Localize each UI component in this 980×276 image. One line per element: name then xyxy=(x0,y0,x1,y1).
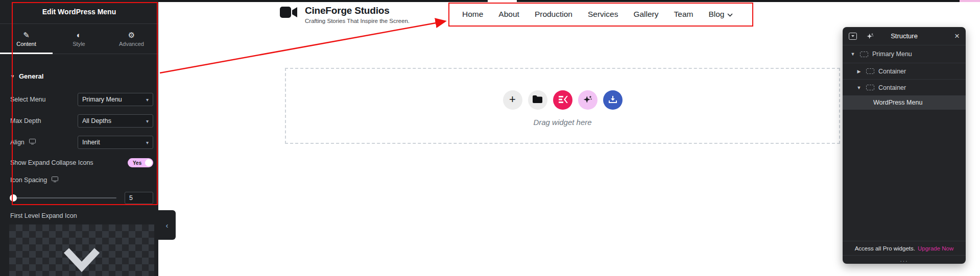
elementskit-button[interactable] xyxy=(553,90,572,110)
half-circle-icon: ◐ xyxy=(77,31,81,39)
chevron-down-icon xyxy=(727,10,733,19)
control-align: Align Inherit ▾ xyxy=(10,136,153,149)
expand-icons-toggle[interactable]: Yes xyxy=(128,158,153,167)
download-icon xyxy=(608,95,617,106)
chevron-down-preview-icon xyxy=(61,246,102,275)
caret-right-icon[interactable]: ▶ xyxy=(856,69,862,74)
dock-panel-icon[interactable] xyxy=(849,33,857,40)
nav-item-team[interactable]: Team xyxy=(674,10,694,19)
caret-down-icon[interactable]: ▼ xyxy=(856,85,862,90)
upgrade-now-link[interactable]: Upgrade Now xyxy=(918,245,953,252)
widget-actions: + xyxy=(503,90,623,110)
structure-header: Structure × xyxy=(843,27,966,45)
ai-button[interactable] xyxy=(578,90,597,110)
elementskit-icon xyxy=(558,95,568,106)
control-max-depth: Max Depth All Depths ▾ xyxy=(10,114,153,128)
video-camera-icon xyxy=(280,5,298,21)
container-icon xyxy=(860,52,868,57)
panel-title: Edit WordPress Menu xyxy=(42,8,116,16)
site-logo[interactable]: CineForge Studios Crafting Stories That … xyxy=(280,5,410,24)
caret-down-icon: ▾ xyxy=(146,118,149,124)
add-widget-button[interactable]: + xyxy=(503,90,522,110)
tree-item-primary-menu[interactable]: ▼ Primary Menu xyxy=(843,45,966,63)
caret-down-icon: ▾ xyxy=(146,97,149,103)
section-general[interactable]: ▼ General xyxy=(10,72,153,80)
first-level-expand-icon-label: First Level Expand Icon xyxy=(10,212,153,219)
toggle-knob xyxy=(145,159,152,166)
nav-item-about[interactable]: About xyxy=(498,10,519,19)
browser-top-strip-gap xyxy=(488,0,517,2)
resize-handle[interactable]: ... xyxy=(843,255,966,264)
active-tab-indicator xyxy=(0,53,53,54)
slider-thumb[interactable] xyxy=(10,194,17,202)
site-tagline: Crafting Stories That Inspire the Screen… xyxy=(305,18,410,24)
drag-widget-hint: Drag widget here xyxy=(533,118,591,127)
structure-footer: Access all Pro widgets. Upgrade Now ... xyxy=(843,241,966,264)
nav-item-production[interactable]: Production xyxy=(535,10,572,19)
structure-empty-area xyxy=(843,110,966,241)
tree-item-wordpress-menu[interactable]: WordPress Menu xyxy=(843,95,966,110)
select-menu-dropdown[interactable]: Primary Menu ▾ xyxy=(78,93,153,106)
pro-widgets-promo: Access all Pro widgets. Upgrade Now xyxy=(843,241,966,255)
control-select-menu: Select Menu Primary Menu ▾ xyxy=(10,93,153,106)
desktop-icon[interactable] xyxy=(29,139,36,146)
caret-down-icon: ▾ xyxy=(146,140,149,145)
container-icon xyxy=(866,85,874,90)
tree-item-container-2[interactable]: ▼ Container xyxy=(843,80,966,95)
ai-sparkles-icon[interactable] xyxy=(866,32,874,40)
icon-spacing-control xyxy=(10,191,153,205)
elementor-settings-panel: Edit WordPress Menu ✎ Content ◐ Style ⚙ … xyxy=(0,0,158,276)
site-title: CineForge Studios xyxy=(305,5,410,16)
plus-icon: + xyxy=(509,94,516,105)
nav-item-services[interactable]: Services xyxy=(588,10,618,19)
browser-top-strip xyxy=(158,0,980,2)
structure-title: Structure xyxy=(843,32,966,40)
nav-item-gallery[interactable]: Gallery xyxy=(633,10,658,19)
browser-top-strip-accent xyxy=(960,0,980,2)
nav-item-home[interactable]: Home xyxy=(462,10,483,19)
container-icon xyxy=(866,68,874,74)
tab-advanced[interactable]: ⚙ Advanced xyxy=(105,24,158,54)
panel-tabs: ✎ Content ◐ Style ⚙ Advanced xyxy=(0,24,158,54)
close-icon[interactable]: × xyxy=(954,32,960,40)
structure-panel: Structure × ▼ Primary Menu ▶ Container ▼… xyxy=(843,27,966,264)
tab-content[interactable]: ✎ Content xyxy=(0,24,53,54)
ai-sparkles-icon xyxy=(583,94,593,106)
tab-style[interactable]: ◐ Style xyxy=(53,24,105,54)
control-expand-collapse-icons: Show Expand Collapse Icons Yes xyxy=(10,158,153,168)
collapse-panel-tab[interactable]: ‹ xyxy=(158,210,176,240)
tree-item-container-1[interactable]: ▶ Container xyxy=(843,63,966,80)
align-dropdown[interactable]: Inherit ▾ xyxy=(78,136,153,149)
gear-icon: ⚙ xyxy=(128,31,135,39)
panel-header: Edit WordPress Menu xyxy=(0,0,158,24)
folder-icon xyxy=(533,95,542,105)
icon-spacing-slider[interactable] xyxy=(10,197,116,198)
panel-body: ▼ General Select Menu Primary Menu ▾ Max… xyxy=(0,72,158,276)
control-icon-spacing-label: Icon Spacing xyxy=(10,175,153,185)
caret-down-icon[interactable]: ▼ xyxy=(850,52,856,57)
empty-container-drop-zone[interactable]: + xyxy=(285,68,840,144)
template-library-button[interactable] xyxy=(528,90,547,110)
caret-down-icon: ▼ xyxy=(10,74,15,79)
desktop-icon[interactable] xyxy=(52,177,58,184)
nav-item-blog[interactable]: Blog xyxy=(708,10,733,19)
site-nav: Home About Production Services Gallery T… xyxy=(462,3,733,26)
icon-spacing-input[interactable] xyxy=(125,192,153,204)
chevron-left-icon: ‹ xyxy=(166,221,169,230)
expand-icon-preview[interactable] xyxy=(9,224,154,276)
max-depth-dropdown[interactable]: All Depths ▾ xyxy=(78,114,153,128)
pencil-icon: ✎ xyxy=(23,31,30,39)
import-template-button[interactable] xyxy=(603,90,623,110)
